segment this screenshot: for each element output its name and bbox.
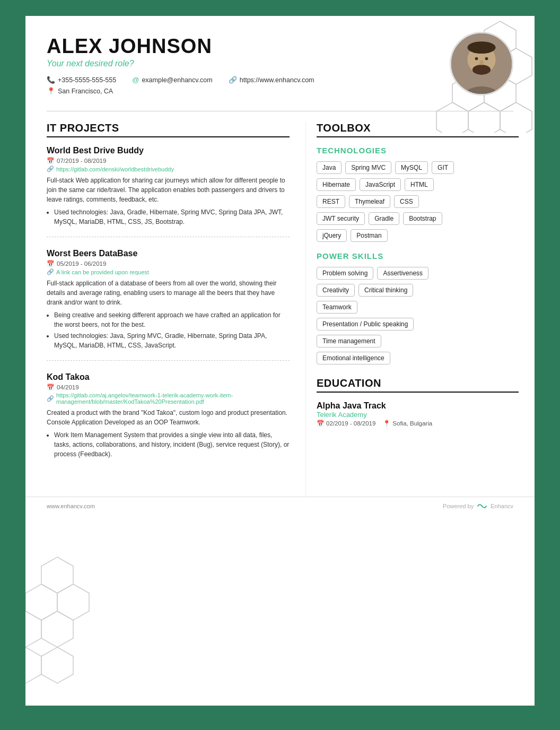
svg-marker-8 [41, 557, 73, 593]
project-3-title: Kod Takoa [47, 372, 290, 382]
svg-marker-14 [25, 647, 41, 683]
project-2-bullet-1: Being creative and seeking different app… [54, 310, 290, 329]
technologies-subtitle: TECHNOLOGIES [317, 146, 519, 155]
technologies-row-4: JWT security Gradle Bootstrap [317, 212, 519, 225]
project-3-link: 🔗 https://gitlab.com/aj.angelov/teamwork… [47, 392, 290, 405]
project-2-desc: Full-stack application of a database of … [47, 279, 290, 307]
skills-row-5: Time management [317, 335, 519, 347]
calendar-icon-2: 📅 [47, 260, 54, 267]
svg-marker-10 [25, 584, 57, 620]
svg-point-21 [485, 57, 488, 60]
enhancv-logo-icon [477, 502, 487, 510]
skill-tag-emotional-intelligence: Emotional intelligence [317, 352, 390, 364]
project-2-bullet-2: Used technologies: Java, Spring MVC, Gra… [54, 331, 290, 350]
project-2-date: 📅 05/2019 - 06/2019 [47, 260, 290, 267]
contact-email: @ example@enhancv.com [132, 76, 213, 84]
svg-marker-12 [25, 611, 41, 647]
skill-tag-critical-thinking: Critical thinking [358, 284, 413, 297]
svg-point-20 [475, 57, 478, 60]
edu-location: 📍 Sofia, Bulgaria [383, 420, 432, 427]
candidate-subtitle: Your next desired role? [47, 59, 333, 68]
tech-tag-git: GIT [432, 161, 454, 174]
power-skills-subtitle: POWER SKILLS [317, 251, 519, 260]
project-1-bullets: Used technologies: Java, Gradle, Hiberna… [47, 207, 290, 227]
project-1-bullet-1: Used technologies: Java, Gradle, Hiberna… [54, 207, 290, 227]
technologies-row-3: REST Thymeleaf CSS [317, 195, 519, 208]
project-2-bullets: Being creative and seeking different app… [47, 310, 290, 350]
skill-tag-time-management: Time management [317, 335, 381, 347]
tech-tag-jquery: jQuery [317, 229, 347, 242]
tech-tag-spring-mvc: Spring MVC [345, 161, 391, 174]
main-content: IT PROJECTS World Best Drive Buddy 📅 07/… [25, 117, 535, 497]
project-3-bullet-1: Work Item Management System that provide… [54, 430, 290, 459]
svg-point-18 [467, 41, 495, 54]
link-icon-1: 🔗 [47, 166, 54, 172]
tech-tag-bootstrap: Bootstrap [403, 212, 442, 225]
skills-row-2: Creativity Critical thinking [317, 284, 519, 297]
tech-tag-thymeleaf: Thymeleaf [349, 195, 390, 208]
skills-row-6: Emotional intelligence [317, 352, 519, 364]
education-item-1: Alpha Java Track Telerik Academy 📅 02/20… [317, 401, 519, 427]
link-icon-3: 🔗 [47, 395, 54, 402]
project-1-title: World Best Drive Buddy [47, 146, 290, 155]
contact-website: 🔗 https://www.enhancv.com [229, 76, 314, 84]
header-divider [47, 111, 513, 111]
skills-row-4: Presentation / Public speaking [317, 318, 519, 331]
svg-marker-9 [57, 584, 89, 620]
skills-row-1: Problem solving Assertiveness [317, 267, 519, 280]
edu-date: 📅 02/2019 - 08/2019 [317, 420, 375, 427]
location-icon: 📍 [47, 87, 55, 95]
calendar-icon-1: 📅 [47, 157, 54, 164]
project-2-title: Worst Beers DataBase [47, 249, 290, 258]
project-3-bullets: Work Item Management System that provide… [47, 430, 290, 459]
project-2: Worst Beers DataBase 📅 05/2019 - 06/2019… [47, 249, 290, 361]
email-icon: @ [132, 76, 139, 84]
tech-tag-javascript: JavaScript [360, 178, 401, 191]
tech-tag-html: HTML [405, 178, 434, 191]
project-1-date: 📅 07/2019 - 08/2019 [47, 157, 290, 164]
left-column: IT PROJECTS World Best Drive Buddy 📅 07/… [25, 122, 305, 497]
hex-decoration-bottom-left [25, 546, 121, 706]
project-3-date: 📅 04/2019 [47, 384, 290, 391]
technologies-row-1: Java Spring MVC MySQL GIT [317, 161, 519, 174]
edu-degree: Alpha Java Track [317, 401, 519, 411]
tech-tag-rest: REST [317, 195, 345, 208]
svg-point-22 [479, 60, 484, 65]
edu-school: Telerik Academy [317, 411, 519, 419]
header: ALEX JOHNSON Your next desired role? 📞 +… [25, 16, 535, 106]
education-section-title: EDUCATION [317, 377, 519, 393]
skill-tag-public-speaking: Presentation / Public speaking [317, 318, 414, 331]
footer: www.enhancv.com Powered by Enhancv [25, 497, 535, 515]
link-icon-2: 🔗 [47, 268, 54, 275]
avatar [450, 32, 513, 95]
calendar-icon-edu: 📅 [317, 420, 324, 427]
candidate-name: ALEX JOHNSON [47, 35, 333, 58]
technologies-row-2: Hibernate JavaScript HTML [317, 178, 519, 191]
contact-row: 📞 +355-5555-555-555 @ example@enhancv.co… [47, 76, 333, 95]
location-icon-edu: 📍 [383, 420, 390, 427]
tech-tag-mysql: MySQL [395, 161, 428, 174]
calendar-icon-3: 📅 [47, 384, 54, 391]
project-1: World Best Drive Buddy 📅 07/2019 - 08/20… [47, 146, 290, 237]
project-3: Kod Takoa 📅 04/2019 🔗 https://gitlab.com… [47, 372, 290, 469]
phone-icon: 📞 [47, 76, 55, 84]
toolbox-section-title: TOOLBOX [317, 122, 519, 137]
tech-tag-jwt-security: JWT security [317, 212, 365, 225]
svg-marker-11 [41, 611, 73, 647]
header-left: ALEX JOHNSON Your next desired role? 📞 +… [47, 35, 333, 95]
resume-page: ALEX JOHNSON Your next desired role? 📞 +… [25, 16, 535, 706]
link-icon: 🔗 [229, 76, 237, 84]
skill-tag-teamwork: Teamwork [317, 301, 357, 314]
footer-website: www.enhancv.com [47, 503, 95, 509]
technologies-row-5: jQuery Postman [317, 229, 519, 242]
skill-tag-creativity: Creativity [317, 284, 355, 297]
tech-tag-postman: Postman [351, 229, 387, 242]
svg-point-19 [472, 65, 491, 75]
projects-section-title: IT PROJECTS [47, 122, 290, 137]
tech-tag-hibernate: Hibernate [317, 178, 356, 191]
tech-tag-gradle: Gradle [369, 212, 399, 225]
project-3-desc: Created a product with the brand "Kod Ta… [47, 408, 290, 427]
skill-tag-assertiveness: Assertiveness [377, 267, 428, 280]
skill-tag-problem-solving: Problem solving [317, 267, 373, 280]
svg-marker-13 [41, 647, 73, 683]
